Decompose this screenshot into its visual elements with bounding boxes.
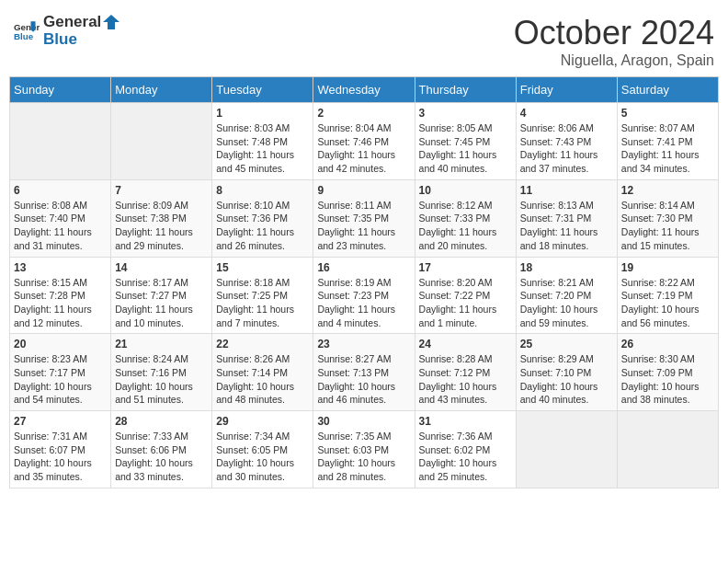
calendar-cell: 16Sunrise: 8:19 AMSunset: 7:23 PMDayligh…	[313, 257, 415, 334]
header-wednesday: Wednesday	[313, 77, 415, 103]
calendar-cell: 18Sunrise: 8:21 AMSunset: 7:20 PMDayligh…	[516, 257, 617, 334]
day-number: 14	[115, 261, 208, 274]
day-info: Sunrise: 8:08 AMSunset: 7:40 PMDaylight:…	[14, 199, 107, 253]
day-info: Sunrise: 8:11 AMSunset: 7:35 PMDaylight:…	[317, 199, 410, 253]
day-info: Sunrise: 7:33 AMSunset: 6:06 PMDaylight:…	[115, 430, 208, 484]
logo-icon: General Blue	[14, 21, 40, 41]
header-friday: Friday	[516, 77, 617, 103]
day-info: Sunrise: 7:36 AMSunset: 6:02 PMDaylight:…	[419, 430, 512, 484]
day-number: 9	[317, 184, 410, 197]
day-info: Sunrise: 8:07 AMSunset: 7:41 PMDaylight:…	[621, 121, 714, 176]
calendar-cell: 10Sunrise: 8:12 AMSunset: 7:33 PMDayligh…	[415, 179, 516, 257]
calendar-week-3: 13Sunrise: 8:15 AMSunset: 7:28 PMDayligh…	[10, 257, 719, 334]
day-number: 21	[115, 338, 208, 350]
page-header: General Blue General Blue October 2024 N…	[9, 9, 719, 69]
day-info: Sunrise: 8:18 AMSunset: 7:25 PMDaylight:…	[216, 276, 309, 330]
calendar-cell: 15Sunrise: 8:18 AMSunset: 7:25 PMDayligh…	[212, 257, 313, 334]
day-number: 13	[14, 261, 107, 274]
calendar-week-1: 1Sunrise: 8:03 AMSunset: 7:48 PMDaylight…	[10, 103, 719, 180]
calendar-cell	[10, 103, 111, 180]
calendar-cell: 9Sunrise: 8:11 AMSunset: 7:35 PMDaylight…	[313, 179, 415, 257]
day-info: Sunrise: 7:35 AMSunset: 6:03 PMDaylight:…	[317, 430, 410, 484]
day-info: Sunrise: 7:34 AMSunset: 6:05 PMDaylight:…	[216, 430, 309, 484]
day-info: Sunrise: 8:30 AMSunset: 7:09 PMDaylight:…	[621, 352, 714, 407]
calendar-cell: 6Sunrise: 8:08 AMSunset: 7:40 PMDaylight…	[10, 179, 111, 257]
day-info: Sunrise: 8:04 AMSunset: 7:46 PMDaylight:…	[317, 121, 410, 176]
calendar-cell: 8Sunrise: 8:10 AMSunset: 7:36 PMDaylight…	[212, 179, 313, 257]
calendar-cell: 17Sunrise: 8:20 AMSunset: 7:22 PMDayligh…	[415, 257, 516, 334]
calendar-week-2: 6Sunrise: 8:08 AMSunset: 7:40 PMDaylight…	[10, 179, 719, 257]
day-info: Sunrise: 8:27 AMSunset: 7:13 PMDaylight:…	[317, 352, 410, 407]
day-info: Sunrise: 8:17 AMSunset: 7:27 PMDaylight:…	[115, 276, 208, 330]
day-number: 20	[14, 338, 107, 350]
header-thursday: Thursday	[415, 77, 516, 103]
month-year-title: October 2024	[514, 14, 714, 52]
svg-text:Blue: Blue	[14, 31, 34, 41]
logo-bird-icon	[103, 15, 119, 29]
calendar-week-4: 20Sunrise: 8:23 AMSunset: 7:17 PMDayligh…	[10, 334, 719, 411]
day-info: Sunrise: 8:10 AMSunset: 7:36 PMDaylight:…	[216, 199, 309, 253]
day-number: 17	[419, 261, 512, 274]
day-number: 16	[317, 261, 410, 274]
day-info: Sunrise: 8:24 AMSunset: 7:16 PMDaylight:…	[115, 352, 208, 407]
logo-blue: Blue	[43, 30, 77, 48]
day-info: Sunrise: 8:13 AMSunset: 7:31 PMDaylight:…	[520, 199, 613, 253]
calendar-cell	[516, 411, 617, 488]
day-number: 11	[520, 184, 613, 197]
day-info: Sunrise: 8:03 AMSunset: 7:48 PMDaylight:…	[216, 121, 309, 176]
day-number: 2	[317, 107, 410, 120]
day-number: 8	[216, 184, 309, 197]
day-info: Sunrise: 8:21 AMSunset: 7:20 PMDaylight:…	[520, 276, 613, 330]
day-info: Sunrise: 8:29 AMSunset: 7:10 PMDaylight:…	[520, 352, 613, 407]
calendar-body: 1Sunrise: 8:03 AMSunset: 7:48 PMDaylight…	[10, 103, 719, 488]
day-info: Sunrise: 8:06 AMSunset: 7:43 PMDaylight:…	[520, 121, 613, 176]
day-info: Sunrise: 8:14 AMSunset: 7:30 PMDaylight:…	[621, 199, 714, 253]
day-number: 22	[216, 338, 309, 350]
day-info: Sunrise: 8:22 AMSunset: 7:19 PMDaylight:…	[621, 276, 714, 330]
calendar-cell: 22Sunrise: 8:26 AMSunset: 7:14 PMDayligh…	[212, 334, 313, 411]
calendar-cell: 5Sunrise: 8:07 AMSunset: 7:41 PMDaylight…	[617, 103, 718, 180]
day-number: 24	[419, 338, 512, 350]
logo-general: General	[43, 14, 101, 31]
day-info: Sunrise: 8:09 AMSunset: 7:38 PMDaylight:…	[115, 199, 208, 253]
calendar-cell: 31Sunrise: 7:36 AMSunset: 6:02 PMDayligh…	[415, 411, 516, 488]
day-info: Sunrise: 8:19 AMSunset: 7:23 PMDaylight:…	[317, 276, 410, 330]
svg-marker-3	[103, 15, 119, 29]
day-number: 1	[216, 107, 309, 120]
day-number: 12	[621, 184, 714, 197]
calendar-cell: 4Sunrise: 8:06 AMSunset: 7:43 PMDaylight…	[516, 103, 617, 180]
day-number: 28	[115, 415, 208, 428]
day-number: 19	[621, 261, 714, 274]
day-number: 6	[14, 184, 107, 197]
day-info: Sunrise: 8:23 AMSunset: 7:17 PMDaylight:…	[14, 352, 107, 407]
calendar-cell: 25Sunrise: 8:29 AMSunset: 7:10 PMDayligh…	[516, 334, 617, 411]
day-info: Sunrise: 8:26 AMSunset: 7:14 PMDaylight:…	[216, 352, 309, 407]
calendar-cell: 28Sunrise: 7:33 AMSunset: 6:06 PMDayligh…	[111, 411, 212, 488]
calendar-cell	[111, 103, 212, 180]
day-info: Sunrise: 8:15 AMSunset: 7:28 PMDaylight:…	[14, 276, 107, 330]
calendar-cell: 27Sunrise: 7:31 AMSunset: 6:07 PMDayligh…	[10, 411, 111, 488]
calendar-cell: 14Sunrise: 8:17 AMSunset: 7:27 PMDayligh…	[111, 257, 212, 334]
calendar-cell: 30Sunrise: 7:35 AMSunset: 6:03 PMDayligh…	[313, 411, 415, 488]
day-number: 7	[115, 184, 208, 197]
day-info: Sunrise: 8:20 AMSunset: 7:22 PMDaylight:…	[419, 276, 512, 330]
calendar-cell: 1Sunrise: 8:03 AMSunset: 7:48 PMDaylight…	[212, 103, 313, 180]
calendar-cell: 7Sunrise: 8:09 AMSunset: 7:38 PMDaylight…	[111, 179, 212, 257]
title-section: October 2024 Niguella, Aragon, Spain	[514, 14, 714, 69]
header-saturday: Saturday	[617, 77, 718, 103]
calendar-cell: 23Sunrise: 8:27 AMSunset: 7:13 PMDayligh…	[313, 334, 415, 411]
day-number: 29	[216, 415, 309, 428]
day-number: 26	[621, 338, 714, 350]
calendar-cell: 12Sunrise: 8:14 AMSunset: 7:30 PMDayligh…	[617, 179, 718, 257]
calendar-cell	[617, 411, 718, 488]
day-info: Sunrise: 8:12 AMSunset: 7:33 PMDaylight:…	[419, 199, 512, 253]
day-number: 15	[216, 261, 309, 274]
calendar-cell: 3Sunrise: 8:05 AMSunset: 7:45 PMDaylight…	[415, 103, 516, 180]
location-subtitle: Niguella, Aragon, Spain	[514, 52, 714, 69]
calendar-week-5: 27Sunrise: 7:31 AMSunset: 6:07 PMDayligh…	[10, 411, 719, 488]
day-number: 5	[621, 107, 714, 120]
day-number: 27	[14, 415, 107, 428]
day-info: Sunrise: 7:31 AMSunset: 6:07 PMDaylight:…	[14, 430, 107, 484]
day-info: Sunrise: 8:28 AMSunset: 7:12 PMDaylight:…	[419, 352, 512, 407]
day-number: 31	[419, 415, 512, 428]
